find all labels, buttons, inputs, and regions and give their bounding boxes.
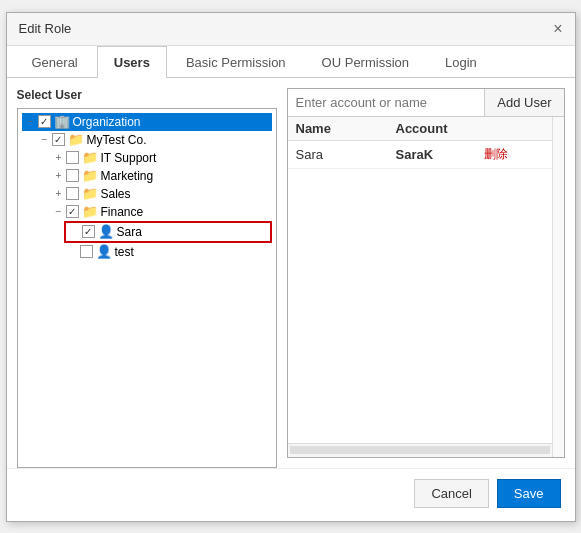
expander-itsupport[interactable]: + bbox=[52, 151, 66, 165]
left-panel: Select User − 🏢 Organization − 📁 MyTest … bbox=[17, 88, 277, 458]
dialog-title-bar: Edit Role × bbox=[7, 13, 575, 46]
table-area: Name Account Sara SaraK 删除 bbox=[288, 117, 564, 457]
vertical-scrollbar[interactable] bbox=[552, 117, 564, 457]
checkbox-itsupport[interactable] bbox=[66, 151, 79, 164]
tree-item-itsupport[interactable]: + 📁 IT Support bbox=[50, 149, 272, 167]
checkbox-sara[interactable] bbox=[82, 225, 95, 238]
tree-item-test[interactable]: 👤 test bbox=[64, 243, 272, 261]
expander-test bbox=[66, 245, 80, 259]
h-scroll-track[interactable] bbox=[290, 446, 550, 454]
tree-label-itsupport: IT Support bbox=[101, 151, 157, 165]
user-icon-test: 👤 bbox=[96, 244, 112, 260]
dialog-footer: Cancel Save bbox=[7, 468, 575, 518]
add-user-button[interactable]: Add User bbox=[484, 89, 563, 116]
folder-icon-mytest: 📁 bbox=[68, 132, 84, 148]
tab-users[interactable]: Users bbox=[97, 46, 167, 78]
checkbox-finance[interactable] bbox=[66, 205, 79, 218]
checkbox-sales[interactable] bbox=[66, 187, 79, 200]
col-header-account: Account bbox=[396, 121, 484, 136]
tree-label-test: test bbox=[115, 245, 134, 259]
search-input[interactable] bbox=[288, 89, 485, 116]
checkbox-test[interactable] bbox=[80, 245, 93, 258]
org-icon: 🏢 bbox=[54, 114, 70, 130]
tab-bar: General Users Basic Permission OU Permis… bbox=[7, 46, 575, 78]
row-name: Sara bbox=[296, 147, 396, 162]
dialog-title: Edit Role bbox=[19, 21, 72, 36]
tree-label-mytest: MyTest Co. bbox=[87, 133, 147, 147]
tree-label-sales: Sales bbox=[101, 187, 131, 201]
expander-mytest[interactable]: − bbox=[38, 133, 52, 147]
checkbox-marketing[interactable] bbox=[66, 169, 79, 182]
right-panel: Add User Name Account Sara SaraK 删除 bbox=[287, 88, 565, 458]
tree-item-sara-container: 👤 Sara bbox=[64, 221, 272, 243]
table-header: Name Account bbox=[288, 117, 552, 141]
expander-finance[interactable]: − bbox=[52, 205, 66, 219]
user-icon-sara: 👤 bbox=[98, 224, 114, 240]
tree-item-sara[interactable]: 👤 Sara bbox=[64, 221, 272, 243]
tree-item-marketing[interactable]: + 📁 Marketing bbox=[50, 167, 272, 185]
tree-item-finance[interactable]: − 📁 Finance bbox=[50, 203, 272, 221]
row-delete-action[interactable]: 删除 bbox=[484, 146, 544, 163]
folder-icon-sales: 📁 bbox=[82, 186, 98, 202]
left-panel-title: Select User bbox=[17, 88, 277, 102]
row-account: SaraK bbox=[396, 147, 484, 162]
edit-role-dialog: Edit Role × General Users Basic Permissi… bbox=[6, 12, 576, 522]
tree-label-org: Organization bbox=[73, 115, 141, 129]
expander-sara bbox=[68, 225, 82, 239]
tab-login[interactable]: Login bbox=[428, 46, 494, 78]
tree-item-sales[interactable]: + 📁 Sales bbox=[50, 185, 272, 203]
expander-org[interactable]: − bbox=[24, 115, 38, 129]
tree-item-org[interactable]: − 🏢 Organization bbox=[22, 113, 272, 131]
tree-label-finance: Finance bbox=[101, 205, 144, 219]
cancel-button[interactable]: Cancel bbox=[414, 479, 488, 508]
col-header-name: Name bbox=[296, 121, 396, 136]
tree-label-marketing: Marketing bbox=[101, 169, 154, 183]
tree-label-sara: Sara bbox=[117, 225, 142, 239]
table-content: Name Account Sara SaraK 删除 bbox=[288, 117, 552, 457]
tree-item-mytest[interactable]: − 📁 MyTest Co. bbox=[36, 131, 272, 149]
search-bar: Add User bbox=[288, 89, 564, 117]
horizontal-scrollbar[interactable] bbox=[288, 443, 552, 457]
expander-sales[interactable]: + bbox=[52, 187, 66, 201]
folder-icon-marketing: 📁 bbox=[82, 168, 98, 184]
tab-basic-permission[interactable]: Basic Permission bbox=[169, 46, 303, 78]
expander-marketing[interactable]: + bbox=[52, 169, 66, 183]
main-content: Select User − 🏢 Organization − 📁 MyTest … bbox=[7, 78, 575, 468]
col-header-action bbox=[484, 121, 544, 136]
tab-general[interactable]: General bbox=[15, 46, 95, 78]
table-row: Sara SaraK 删除 bbox=[288, 141, 552, 169]
checkbox-mytest[interactable] bbox=[52, 133, 65, 146]
tab-ou-permission[interactable]: OU Permission bbox=[305, 46, 426, 78]
user-tree[interactable]: − 🏢 Organization − 📁 MyTest Co. bbox=[17, 108, 277, 468]
save-button[interactable]: Save bbox=[497, 479, 561, 508]
folder-icon-itsupport: 📁 bbox=[82, 150, 98, 166]
checkbox-org[interactable] bbox=[38, 115, 51, 128]
close-button[interactable]: × bbox=[553, 21, 562, 37]
table-body: Sara SaraK 删除 bbox=[288, 141, 552, 443]
folder-icon-finance: 📁 bbox=[82, 204, 98, 220]
